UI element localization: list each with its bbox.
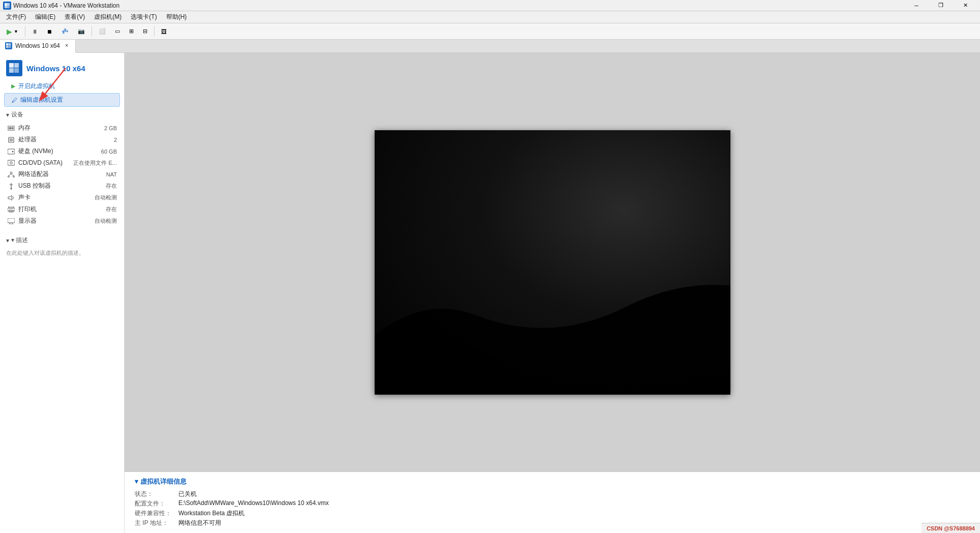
menu-vm[interactable]: 虚拟机(M) — [90, 12, 126, 22]
cpu-label: 处理器 — [18, 135, 111, 144]
screenshot-button[interactable]: 🖼 — [158, 25, 170, 38]
toolbar-separator-1 — [25, 26, 25, 37]
hdd-value: 60 GB — [101, 149, 117, 155]
toolbar-separator-2 — [91, 26, 92, 37]
device-row-cpu[interactable]: 处理器 2 — [0, 134, 124, 145]
play-dropdown-arrow: ▼ — [14, 29, 18, 34]
sound-icon — [7, 194, 15, 202]
start-vm-button[interactable]: ▶ 开启此虚拟机 — [4, 80, 120, 93]
vm-info-config-label: 配置文件： — [135, 499, 175, 508]
network-icon — [7, 170, 15, 179]
svg-rect-10 — [9, 68, 14, 73]
svg-rect-18 — [13, 127, 14, 129]
vm-preview-area[interactable] — [125, 53, 980, 471]
stop-button[interactable]: ⏹ — [43, 25, 56, 38]
menu-tabs[interactable]: 选项卡(T) — [127, 12, 161, 22]
svg-rect-7 — [9, 46, 11, 48]
device-row-display[interactable]: 显示器 自动检测 — [0, 215, 124, 227]
description-label: ▾ 描述 — [11, 236, 28, 245]
svg-line-29 — [9, 174, 11, 176]
device-row-hdd[interactable]: 硬盘 (NVMe) 60 GB — [0, 145, 124, 157]
svg-rect-3 — [7, 6, 10, 8]
memory-value: 2 GB — [104, 125, 117, 131]
svg-marker-34 — [8, 195, 12, 200]
svg-point-25 — [11, 162, 12, 163]
sound-label: 声卡 — [18, 193, 91, 202]
window-controls[interactable]: ─ ❐ ✕ — [905, 0, 977, 11]
tab-close-button[interactable]: × — [63, 42, 70, 49]
description-section-header[interactable]: ▾ ▾ 描述 — [0, 233, 124, 248]
svg-rect-16 — [10, 127, 11, 129]
play-dropdown-button[interactable]: ▶ ▼ — [3, 25, 22, 38]
description-placeholder-text: 在此处键入对该虚拟机的描述。 — [0, 248, 124, 257]
status-csdn-text: CSDN @S7688894 — [927, 525, 975, 531]
svg-point-33 — [11, 188, 12, 189]
memory-icon — [7, 124, 15, 132]
title-bar: Windows 10 x64 - VMware Workstation ─ ❐ … — [0, 0, 980, 11]
view3-icon: ⊞ — [129, 28, 134, 35]
snapshot-icon: 📷 — [78, 28, 85, 35]
menu-file[interactable]: 文件(F) — [2, 12, 30, 22]
device-row-memory[interactable]: 内存 2 GB — [0, 122, 124, 134]
snapshot-button[interactable]: 📷 — [74, 25, 88, 38]
cdrom-label: CD/DVD (SATA) — [18, 159, 70, 166]
device-row-network[interactable]: 网络适配器 NAT — [0, 168, 124, 180]
start-vm-label: 开启此虚拟机 — [18, 82, 55, 91]
device-row-usb[interactable]: USB 控制器 存在 — [0, 180, 124, 192]
svg-point-27 — [8, 175, 10, 177]
cpu-value: 2 — [114, 137, 117, 143]
svg-rect-21 — [8, 149, 15, 154]
content-area: ▾ 虚拟机详细信息 状态： 已关机 配置文件： E:\SoftAdd\WMWar… — [125, 53, 980, 533]
suspend-button[interactable]: 💤 — [58, 25, 72, 38]
vm-screen-background — [375, 130, 730, 395]
description-chevron-icon: ▾ — [6, 237, 9, 244]
display-icon — [7, 217, 15, 225]
devices-section-header[interactable]: ▾ 设备 — [0, 107, 124, 122]
svg-rect-0 — [5, 3, 7, 6]
vm-info-section-label[interactable]: ▾ 虚拟机详细信息 — [135, 477, 970, 486]
printer-value: 存在 — [106, 205, 117, 213]
view2-button[interactable]: ▭ — [111, 25, 124, 38]
vm-info-panel: ▾ 虚拟机详细信息 状态： 已关机 配置文件： E:\SoftAdd\WMWar… — [125, 471, 980, 533]
menu-view[interactable]: 查看(V) — [60, 12, 89, 22]
minimize-button[interactable]: ─ — [905, 0, 928, 11]
close-button[interactable]: ✕ — [954, 0, 977, 11]
vm-tab-icon — [5, 42, 12, 49]
svg-point-22 — [12, 151, 14, 152]
menu-edit[interactable]: 编辑(E) — [31, 12, 59, 22]
view3-button[interactable]: ⊞ — [126, 25, 137, 38]
svg-rect-17 — [12, 127, 13, 129]
view4-button[interactable]: ⊟ — [139, 25, 151, 38]
tab-bar: Windows 10 x64 × — [0, 40, 980, 53]
vm-info-status-label: 状态： — [135, 490, 175, 498]
play-icon: ▶ — [7, 27, 12, 36]
sound-value: 自动检测 — [95, 194, 117, 201]
view1-button[interactable]: ⬜ — [95, 25, 109, 38]
vm-info-ip-value: 网络信息不可用 — [178, 519, 221, 527]
usb-label: USB 控制器 — [18, 182, 103, 190]
vm-tab[interactable]: Windows 10 x64 × — [0, 40, 76, 53]
vm-info-hardware-row: 硬件兼容性： Workstation Beta 虚拟机 — [135, 509, 970, 518]
printer-label: 打印机 — [18, 205, 103, 214]
device-row-cdrom[interactable]: CD/DVD (SATA) 正在使用文件 E... — [0, 157, 124, 168]
menu-help[interactable]: 帮助(H) — [162, 12, 191, 22]
restore-button[interactable]: ❐ — [929, 0, 953, 11]
vm-info-status-value: 已关机 — [178, 490, 197, 498]
vm-info-config-row: 配置文件： E:\SoftAdd\WMWare_Windows10\Window… — [135, 499, 970, 509]
vm-screen[interactable] — [375, 130, 730, 395]
pause-icon: ⏸ — [32, 28, 38, 35]
device-row-sound[interactable]: 声卡 自动检测 — [0, 192, 124, 203]
device-row-printer[interactable]: 打印机 存在 — [0, 203, 124, 215]
svg-rect-5 — [9, 43, 11, 46]
vm-screen-wave-svg — [375, 236, 730, 395]
hdd-label: 硬盘 (NVMe) — [18, 147, 98, 156]
suspend-icon: 💤 — [62, 28, 69, 35]
network-value: NAT — [106, 171, 117, 177]
toolbar: ▶ ▼ ⏸ ⏹ 💤 📷 ⬜ ▭ ⊞ ⊟ 🖼 — [0, 23, 980, 40]
cdrom-icon — [7, 159, 15, 167]
edit-settings-button[interactable]: 🖊 编辑虚拟机设置 — [4, 93, 120, 107]
pause-button[interactable]: ⏸ — [28, 25, 41, 38]
vm-sidebar-title: Windows 10 x64 — [26, 64, 85, 73]
cdrom-value: 正在使用文件 E... — [73, 159, 117, 167]
app-icon — [3, 2, 11, 10]
